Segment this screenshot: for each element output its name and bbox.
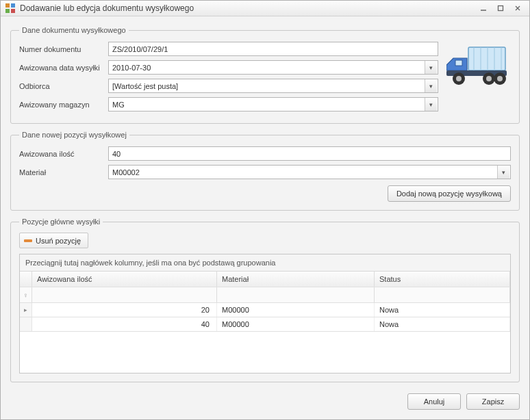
svg-rect-5: [498, 6, 503, 11]
grid-filter-row[interactable]: ♀: [20, 287, 510, 303]
grid-header: Awizowana ilość Materiał Status: [20, 272, 510, 287]
table-row[interactable]: ▸ 20 M00000 Nowa: [20, 303, 510, 317]
svg-rect-0: [5, 3, 10, 8]
label-advised-date: Awizowana data wysyłki: [19, 64, 108, 72]
new-position-group: Dane nowej pozycji wysyłkowej Awizowana …: [10, 131, 520, 211]
grid-filter-status[interactable]: [375, 287, 510, 302]
cell-qty[interactable]: 20: [32, 303, 217, 317]
delete-position-button[interactable]: Usuń pozycję: [19, 233, 88, 248]
grid-filter-qty[interactable]: [32, 287, 217, 302]
cell-status[interactable]: Nowa: [375, 317, 510, 331]
window-controls: [476, 3, 525, 14]
truck-icon: [445, 41, 511, 90]
cancel-button[interactable]: Anuluj: [407, 393, 461, 410]
svg-rect-2: [5, 9, 10, 13]
grid-header-status[interactable]: Status: [375, 272, 510, 287]
cell-material[interactable]: M00000: [217, 317, 375, 331]
new-position-legend: Dane nowej pozycji wysyłkowej: [19, 131, 129, 139]
close-button[interactable]: [510, 3, 525, 14]
label-warehouse: Awizowany magazyn: [19, 101, 108, 109]
material-value: M00002: [112, 168, 140, 176]
maximize-button[interactable]: [493, 3, 508, 14]
cell-status[interactable]: Nowa: [375, 303, 510, 317]
svg-point-19: [486, 76, 492, 81]
app-icon: [5, 3, 16, 14]
label-advised-qty: Awizowana ilość: [19, 150, 108, 158]
chevron-down-icon[interactable]: ▾: [425, 79, 437, 92]
chevron-down-icon[interactable]: ▾: [425, 61, 437, 74]
warehouse-select[interactable]: MG ▾: [108, 97, 438, 111]
label-material: Materiał: [19, 168, 108, 176]
footer-buttons: Anuluj Zapisz: [10, 389, 520, 410]
document-data-group: Dane dokumentu wysyłkowego Numer dokumen…: [10, 26, 520, 124]
row-indicator-icon: ▸: [20, 303, 32, 317]
positions-legend: Pozycje główne wysyłki: [19, 218, 103, 226]
save-button[interactable]: Zapisz: [466, 393, 520, 410]
grid-group-hint[interactable]: Przeciągnij tutaj nagłówek kolumny, jeśl…: [20, 254, 510, 272]
titlebar[interactable]: Dodawanie lub edycja dokumentu wysyłkowe…: [1, 1, 529, 16]
minus-icon: [24, 239, 32, 242]
advised-date-picker[interactable]: 2010-07-30 ▾: [108, 60, 438, 75]
delete-position-label: Usuń pozycję: [36, 237, 81, 245]
filter-icon: ♀: [20, 287, 32, 302]
recipient-value: [Wartość jest pusta]: [112, 82, 178, 90]
svg-point-17: [456, 76, 462, 81]
grid-empty-area: [20, 332, 510, 373]
svg-rect-1: [11, 3, 15, 8]
warehouse-value: MG: [112, 101, 125, 109]
advised-qty-input[interactable]: [108, 146, 511, 161]
grid-header-qty[interactable]: Awizowana ilość: [32, 272, 217, 287]
label-document-number: Numer dokumentu: [19, 45, 108, 53]
add-position-button[interactable]: Dodaj nową pozycję wysyłkową: [388, 185, 511, 202]
svg-point-21: [497, 76, 503, 81]
grid-header-material[interactable]: Materiał: [217, 272, 375, 287]
table-row[interactable]: 40 M00000 Nowa: [20, 317, 510, 332]
grid-header-indicator: [20, 272, 32, 287]
svg-rect-14: [455, 60, 462, 66]
svg-rect-3: [11, 9, 15, 13]
window-body: Dane dokumentu wysyłkowego Numer dokumen…: [1, 16, 529, 419]
grid-filter-material[interactable]: [217, 287, 375, 302]
material-select[interactable]: M00002 ▾: [108, 165, 511, 179]
label-recipient: Odbiorca: [19, 82, 108, 90]
chevron-down-icon[interactable]: ▾: [425, 98, 437, 111]
positions-grid: Przeciągnij tutaj nagłówek kolumny, jeśl…: [19, 254, 511, 373]
window: Dodawanie lub edycja dokumentu wysyłkowe…: [0, 0, 530, 420]
advised-date-value: 2010-07-30: [112, 64, 151, 72]
cell-material[interactable]: M00000: [217, 303, 375, 317]
minimize-button[interactable]: [476, 3, 491, 14]
cell-qty[interactable]: 40: [32, 317, 217, 331]
recipient-select[interactable]: [Wartość jest pusta] ▾: [108, 79, 438, 93]
row-indicator-icon: [20, 317, 32, 331]
document-number-input[interactable]: [108, 42, 438, 56]
positions-group: Pozycje główne wysyłki Usuń pozycję Prze…: [10, 218, 520, 382]
chevron-down-icon[interactable]: ▾: [497, 166, 509, 179]
document-data-legend: Dane dokumentu wysyłkowego: [19, 26, 129, 34]
window-title: Dodawanie lub edycja dokumentu wysyłkowe…: [20, 3, 476, 13]
